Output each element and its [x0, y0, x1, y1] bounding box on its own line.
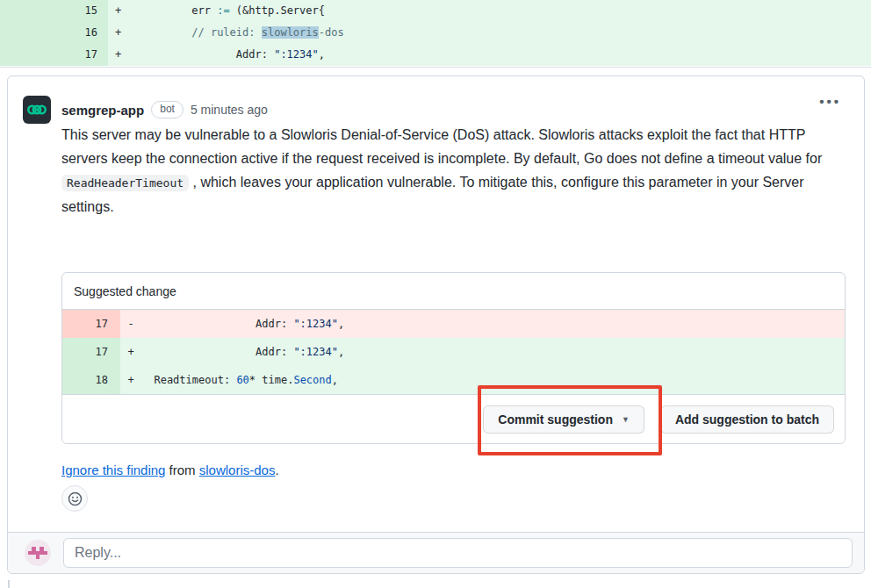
line-number: 16: [0, 22, 108, 44]
line-number: 17: [62, 338, 120, 366]
inline-code-span: ReadHeaderTimeout: [61, 175, 189, 191]
ignore-finding-link[interactable]: Ignore this finding: [61, 463, 165, 477]
diff-marker: +: [120, 366, 141, 394]
review-comment-card: semgrep-app bot 5 minutes ago ••• This s…: [7, 75, 865, 574]
timestamp[interactable]: 5 minutes ago: [191, 103, 268, 117]
code-diff-context: 15 + err := (&http.Server{ 16 + // rulei…: [0, 0, 871, 68]
comment-options-kebab-icon[interactable]: •••: [819, 94, 841, 109]
semgrep-logo-icon: [25, 98, 48, 121]
rule-link[interactable]: slowloris-dos: [199, 463, 276, 477]
code-line: // ruleid: slowloris-dos: [128, 22, 871, 44]
line-number: 18: [62, 366, 120, 394]
diff-marker: +: [120, 338, 141, 366]
diff-line: 16 + // ruleid: slowloris-dos: [0, 22, 871, 44]
suggested-change-block: Suggested change 17 - Addr: ":1234", 17 …: [61, 272, 846, 444]
line-number: 17: [62, 310, 120, 338]
add-reaction-button[interactable]: [61, 485, 88, 512]
bot-badge: bot: [151, 101, 184, 118]
chevron-down-icon: ▼: [622, 415, 630, 424]
diff-marker: +: [108, 0, 128, 22]
code-line: Addr: ":1234",: [128, 44, 871, 66]
line-number: 15: [0, 0, 108, 22]
diff-marker: +: [108, 22, 128, 44]
code-line: Readtimeout: 60* time.Second,: [141, 366, 845, 394]
diff-line: 15 + err := (&http.Server{: [0, 0, 871, 22]
highlighted-token: slowloris: [262, 26, 319, 39]
suggestion-deleted-line: 17 - Addr: ":1234",: [62, 310, 845, 338]
batch-button-label: Add suggestion to batch: [675, 412, 819, 427]
semgrep-bot-avatar[interactable]: [23, 96, 51, 124]
comment-body: This server may be vulnerable to a Slowl…: [61, 123, 831, 219]
diff-marker: +: [108, 44, 128, 66]
suggestion-actions: Commit suggestion ▼ Add suggestion to ba…: [62, 394, 845, 443]
add-suggestion-to-batch-button[interactable]: Add suggestion to batch: [660, 405, 834, 434]
line-number: 17: [0, 44, 108, 66]
diff-line: 17 + Addr: ":1234",: [0, 44, 871, 66]
identicon: [28, 543, 47, 563]
next-card-border: [8, 580, 10, 588]
commit-suggestion-button[interactable]: Commit suggestion ▼: [483, 405, 644, 434]
code-line: Addr: ":1234",: [141, 310, 845, 338]
body-text-before: This server may be vulnerable to a Slowl…: [61, 127, 822, 166]
suggestion-added-line: 17 + Addr: ":1234",: [62, 338, 845, 366]
smiley-icon: [68, 491, 83, 506]
code-line: Addr: ":1234",: [141, 338, 845, 366]
author-name[interactable]: semgrep-app: [61, 103, 144, 118]
diff-marker: -: [120, 310, 141, 338]
user-avatar: [25, 540, 51, 566]
finding-links: Ignore this finding from slowloris-dos.: [61, 463, 279, 477]
code-line: err := (&http.Server{: [128, 0, 871, 22]
reply-bar: [8, 532, 864, 573]
reply-input[interactable]: [63, 538, 853, 568]
suggestion-added-line: 18 + Readtimeout: 60* time.Second,: [62, 366, 845, 394]
suggested-change-title: Suggested change: [62, 273, 845, 310]
comment-header: semgrep-app bot 5 minutes ago: [61, 101, 268, 118]
commit-suggestion-label: Commit suggestion: [498, 412, 613, 427]
